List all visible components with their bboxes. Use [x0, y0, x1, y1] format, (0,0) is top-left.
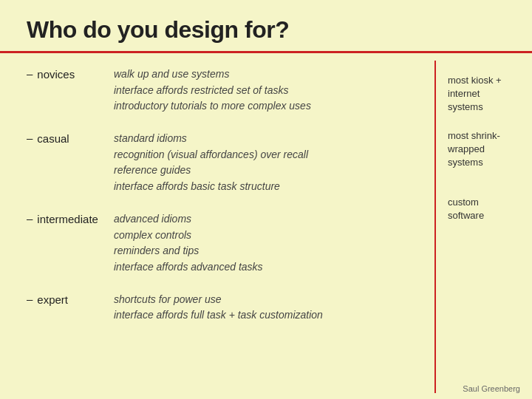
slide-content: – novices walk up and use systems interf… [0, 53, 532, 393]
dash-intermediate: – [27, 212, 33, 225]
label-expert: expert [37, 293, 111, 306]
desc-intermediate: advanced idioms complex controls reminde… [114, 211, 263, 276]
dash-casual: – [27, 132, 33, 145]
label-novices: novices [37, 67, 111, 81]
right-label-novices: most kiosk +internetsystems [448, 74, 520, 115]
row-intermediate: – intermediate advanced idioms complex c… [27, 211, 420, 282]
row-expert: – expert shortcuts for power use interfa… [27, 292, 420, 330]
row-novices: – novices walk up and use systems interf… [27, 66, 420, 120]
label-intermediate: intermediate [37, 212, 111, 225]
footer-credit: Saul Greenberg [463, 384, 520, 393]
right-label-casual: most shrink-wrappedsystems [448, 129, 520, 170]
dash-novices: – [27, 67, 33, 81]
main-content-area: – novices walk up and use systems interf… [0, 61, 436, 393]
right-column: most kiosk +internetsystems most shrink-… [436, 61, 532, 393]
desc-expert: shortcuts for power use interface afford… [114, 292, 323, 324]
dash-expert: – [27, 293, 33, 306]
label-casual: casual [37, 132, 111, 145]
slide-title: Who do you design for? [27, 16, 505, 44]
slide: Who do you design for? – novices walk up… [0, 0, 532, 399]
slide-header: Who do you design for? [0, 0, 532, 53]
desc-novices: walk up and use systems interface afford… [114, 66, 311, 115]
row-casual: – casual standard idioms recognition (vi… [27, 131, 420, 201]
desc-casual: standard idioms recognition (visual affo… [114, 131, 308, 195]
right-label-intermediate: customsoftware [448, 196, 520, 222]
